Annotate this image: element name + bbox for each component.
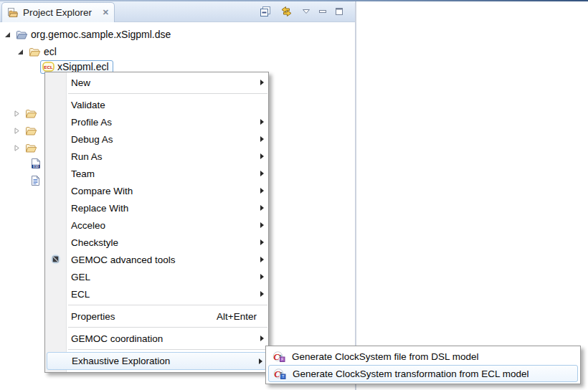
menu-item-label: New (71, 77, 268, 88)
menu-item-label: GEMOC coordination (71, 333, 268, 344)
submenu-arrow-icon (260, 188, 264, 194)
submenu-item-label: Generate ClockSystem transformation from… (293, 368, 529, 379)
menu-item-label: Properties (71, 311, 217, 322)
svg-text:010: 010 (33, 165, 39, 168)
link-editor-icon[interactable] (279, 6, 294, 17)
menu-separator (68, 305, 267, 305)
submenu-arrow-icon (260, 80, 264, 85)
menu-item-acceleo[interactable]: Acceleo (45, 217, 268, 234)
menu-item-label: Checkstyle (71, 237, 268, 248)
folder-open-icon (25, 108, 37, 119)
folder-open-icon (29, 47, 41, 57)
tree-label: ecl (44, 46, 57, 57)
submenu-item-generate-clocksystem-file-from-dsl-model[interactable]: CsFGenerate ClockSystem file from DSL mo… (268, 348, 578, 365)
tree-label: org.gemoc.sample.xSigpml.dse (31, 29, 171, 40)
submenu-arrow-icon (260, 205, 264, 211)
menu-item-gemoc-advanced-tools[interactable]: GEMOC advanced tools (45, 251, 268, 268)
menu-item-run-as[interactable]: Run As (45, 148, 268, 165)
submenu-arrow-icon (260, 119, 264, 125)
submenu-arrow-icon (260, 291, 264, 297)
menu-item-label: Debug As (71, 134, 268, 145)
menu-item-label: GEMOC advanced tools (71, 255, 268, 265)
menu-item-label: Run As (71, 151, 268, 162)
submenu-arrow-icon (260, 136, 264, 142)
menu-item-label: Profile As (71, 117, 268, 128)
svg-text:F: F (281, 357, 283, 361)
view-header: Project Explorer ✕ (0, 1, 355, 22)
submenu-item-generate-clocksystem-transformation-from[interactable]: CsTGenerate ClockSystem transformation f… (268, 365, 578, 382)
menu-separator (68, 327, 267, 328)
menu-item-ecl[interactable]: ECL (45, 285, 268, 303)
submenu-arrow-icon (260, 171, 264, 176)
text-file-icon (31, 175, 40, 186)
submenu-arrow-icon (260, 274, 264, 280)
ecl-file-icon: ECL (42, 62, 54, 72)
folder-open-icon (25, 125, 37, 136)
binary-file-icon: 010 (31, 158, 41, 169)
menu-item-label: Validate (71, 100, 268, 110)
menu-item-validate[interactable]: Validate (45, 96, 268, 113)
menu-item-replace-with[interactable]: Replace With (45, 199, 268, 217)
svg-text:ECL: ECL (44, 65, 53, 70)
menu-item-label: Replace With (71, 203, 268, 214)
submenu-arrow-icon (260, 257, 264, 262)
menu-item-checkstyle[interactable]: Checkstyle (45, 234, 268, 251)
view-toolbar (260, 1, 343, 22)
project-explorer-icon (7, 7, 19, 19)
submenu-arrow-icon (260, 222, 264, 228)
twistie-collapsed-icon[interactable] (14, 110, 20, 117)
menu-item-label: Acceleo (71, 220, 268, 231)
close-icon[interactable]: ✕ (103, 8, 109, 17)
twistie-collapsed-icon[interactable] (14, 128, 20, 134)
menu-item-label: Team (71, 168, 268, 179)
tree-row-ecl[interactable]: ecl (17, 44, 57, 59)
cs-file-icon: CsF (272, 351, 285, 362)
tab-title: Project Explorer (23, 7, 98, 18)
screen: Project Explorer ✕ org.gemoc.sample.xSig… (0, 0, 588, 390)
menu-separator (68, 349, 267, 350)
exhaustive-exploration-submenu: CsFGenerate ClockSystem file from DSL mo… (265, 346, 581, 384)
maximize-icon[interactable] (335, 7, 343, 16)
submenu-arrow-icon (260, 239, 264, 245)
tree-row-project[interactable]: org.gemoc.sample.xSigpml.dse (4, 27, 171, 42)
menu-separator (68, 93, 267, 94)
tree-row-ghost-binary-file[interactable]: 010 (31, 156, 41, 171)
menu-item-new[interactable]: New (45, 74, 268, 91)
minimize-icon[interactable] (318, 7, 327, 16)
context-menu: NewValidateProfile AsDebug AsRun AsTeamC… (44, 72, 269, 373)
tab-project-explorer[interactable]: Project Explorer ✕ (1, 2, 115, 22)
menu-item-properties[interactable]: PropertiesAlt+Enter (45, 308, 268, 325)
tree-row-ghost-folder-3[interactable] (14, 141, 37, 155)
cs-transform-icon: CsT (273, 368, 286, 379)
menu-item-label: GEL (71, 272, 268, 282)
tree-row-ghost-folder-1[interactable] (14, 106, 37, 120)
twistie-expanded-icon[interactable] (17, 49, 24, 55)
tree-row-ghost-text-file[interactable] (31, 173, 40, 188)
submenu-arrow-icon (260, 153, 264, 159)
menu-item-debug-as[interactable]: Debug As (45, 130, 268, 148)
twistie-expanded-icon[interactable] (4, 32, 11, 38)
gemoc-icon (50, 254, 61, 265)
twistie-collapsed-icon[interactable] (14, 145, 20, 151)
menu-item-gemoc-coordination[interactable]: GEMOC coordination (45, 330, 268, 347)
submenu-arrow-icon (259, 358, 262, 364)
tree-row-ghost-folder-2[interactable] (14, 123, 37, 138)
menu-item-team[interactable]: Team (45, 165, 268, 182)
tree-label: xSigpml.ecl (57, 61, 109, 72)
menu-item-label: Compare With (71, 186, 268, 196)
submenu-arrow-icon (260, 336, 264, 341)
menu-item-label: ECL (71, 289, 268, 300)
menu-item-shortcut: Alt+Enter (217, 311, 257, 322)
view-menu-icon[interactable] (302, 9, 310, 14)
svg-text:T: T (282, 374, 284, 379)
menu-item-exhaustive-exploration[interactable]: Exhaustive Exploration (47, 352, 267, 370)
menu-item-gel[interactable]: GEL (45, 268, 268, 285)
menu-item-compare-with[interactable]: Compare With (45, 182, 268, 199)
project-folder-icon (16, 29, 28, 40)
submenu-item-label: Generate ClockSystem file from DSL model (292, 351, 479, 362)
menu-item-profile-as[interactable]: Profile As (45, 113, 268, 130)
collapse-all-icon[interactable] (260, 6, 271, 17)
folder-open-icon (25, 143, 37, 153)
menu-item-label: Exhaustive Exploration (72, 356, 266, 366)
